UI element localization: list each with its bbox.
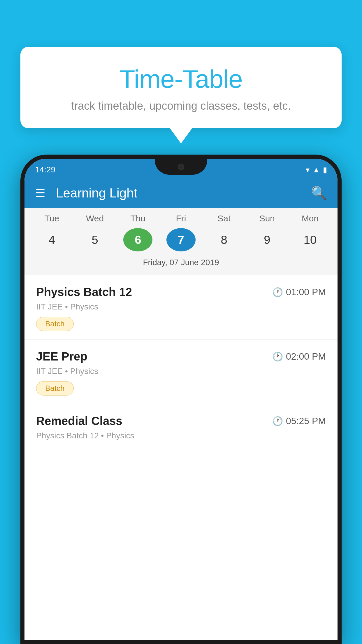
selected-date: Friday, 07 June 2019	[24, 255, 338, 272]
schedule-item-3[interactable]: Remedial Class 🕐 05:25 PM Physics Batch …	[24, 404, 338, 454]
battery-icon: ▮	[323, 165, 327, 174]
day-num-5[interactable]: 5	[80, 228, 110, 251]
app-title: Learning Light	[56, 186, 311, 200]
status-icons: ▾ ▲ ▮	[306, 165, 327, 174]
day-header-mon: Mon	[296, 214, 325, 223]
day-headers: Tue Wed Thu Fri Sat Sun Mon	[24, 214, 338, 223]
signal-icon: ▲	[312, 165, 320, 174]
schedule-list: Physics Batch 12 🕐 01:00 PM IIT JEE • Ph…	[24, 275, 338, 454]
hamburger-icon[interactable]: ☰	[35, 187, 45, 199]
batch-badge-2: Batch	[36, 381, 74, 396]
batch-badge-1: Batch	[36, 317, 74, 331]
day-num-7-selected[interactable]: 7	[166, 228, 196, 251]
day-header-thu: Thu	[123, 214, 152, 223]
day-numbers: 4 5 6 7 8 9 10	[24, 228, 338, 251]
schedule-item-2[interactable]: JEE Prep 🕐 02:00 PM IIT JEE • Physics Ba…	[24, 340, 338, 404]
clock-icon-2: 🕐	[272, 351, 283, 362]
item-top-row-1: Physics Batch 12 🕐 01:00 PM	[36, 286, 326, 299]
item-name-3: Remedial Class	[36, 414, 122, 428]
card-title: Time-Table	[38, 64, 324, 94]
day-num-10[interactable]: 10	[296, 228, 325, 251]
item-category-1: IIT JEE • Physics	[36, 302, 326, 312]
search-icon[interactable]: 🔍	[311, 186, 327, 201]
day-header-wed: Wed	[80, 214, 110, 223]
wifi-icon: ▾	[306, 165, 310, 174]
day-num-9[interactable]: 9	[252, 228, 282, 251]
day-header-tue: Tue	[37, 214, 66, 223]
day-num-6-today[interactable]: 6	[123, 228, 152, 251]
item-top-row-3: Remedial Class 🕐 05:25 PM	[36, 414, 326, 428]
notch	[155, 159, 207, 175]
item-top-row-2: JEE Prep 🕐 02:00 PM	[36, 350, 326, 363]
clock-icon-1: 🕐	[272, 287, 283, 297]
phone-frame: 14:29 ▾ ▲ ▮ ☰ Learning Light 🔍 Tue Wed T…	[20, 155, 342, 644]
phone-inner: 14:29 ▾ ▲ ▮ ☰ Learning Light 🔍 Tue Wed T…	[24, 159, 338, 640]
item-time-3: 🕐 05:25 PM	[272, 416, 326, 426]
item-category-3: Physics Batch 12 • Physics	[36, 431, 326, 440]
day-header-sun: Sun	[252, 214, 282, 223]
camera-dot	[178, 164, 184, 170]
tooltip-card: Time-Table track timetable, upcoming cla…	[20, 47, 342, 128]
app-header: ☰ Learning Light 🔍	[24, 178, 338, 208]
card-subtitle: track timetable, upcoming classes, tests…	[38, 100, 324, 112]
clock-icon-3: 🕐	[272, 416, 283, 426]
day-num-8[interactable]: 8	[210, 228, 239, 251]
status-time: 14:29	[35, 165, 55, 174]
item-time-1: 🕐 01:00 PM	[272, 287, 326, 298]
day-num-4[interactable]: 4	[37, 228, 66, 251]
day-header-sat: Sat	[210, 214, 239, 223]
item-category-2: IIT JEE • Physics	[36, 367, 326, 376]
item-name-1: Physics Batch 12	[36, 286, 132, 299]
calendar-strip: Tue Wed Thu Fri Sat Sun Mon 4 5 6 7 8 9 …	[24, 208, 338, 275]
item-name-2: JEE Prep	[36, 350, 87, 363]
item-time-2: 🕐 02:00 PM	[272, 351, 326, 362]
day-header-fri: Fri	[166, 214, 196, 223]
schedule-item-1[interactable]: Physics Batch 12 🕐 01:00 PM IIT JEE • Ph…	[24, 275, 338, 340]
status-bar: 14:29 ▾ ▲ ▮	[24, 159, 338, 178]
